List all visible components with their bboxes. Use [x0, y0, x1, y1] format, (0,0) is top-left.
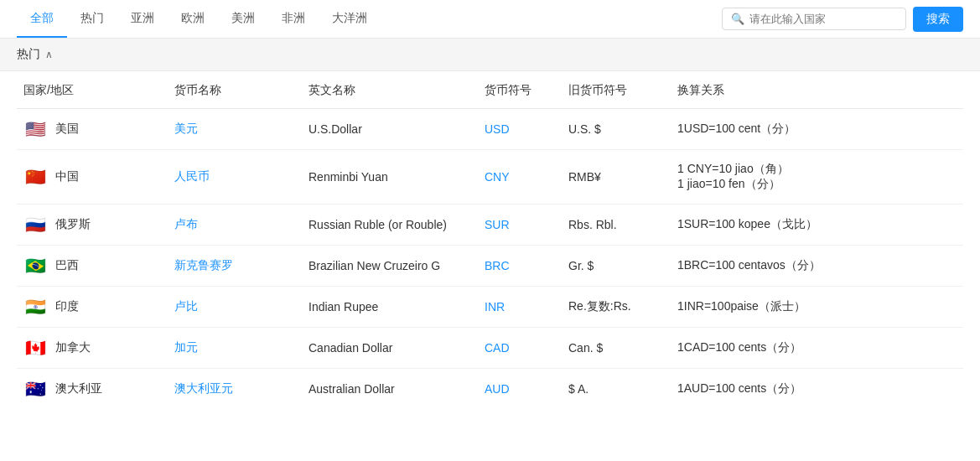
col-header-symbol: 货币符号: [478, 71, 562, 109]
cell-symbol[interactable]: CNY: [478, 150, 562, 205]
search-input[interactable]: [749, 13, 897, 25]
cname-link[interactable]: 卢布: [174, 217, 198, 230]
tab-asia[interactable]: 亚洲: [117, 1, 168, 38]
country-cell: 印度: [23, 298, 161, 315]
flag-icon: [23, 381, 47, 397]
search-button[interactable]: 搜索: [913, 7, 963, 32]
cell-country: 巴西: [17, 246, 168, 287]
cell-country: 中国: [17, 150, 168, 205]
flag-icon: [23, 257, 47, 274]
chevron-up-icon[interactable]: ∧: [45, 49, 53, 60]
search-icon: 🔍: [731, 13, 744, 25]
cell-rate: 1AUD=100 cents（分）: [671, 369, 963, 410]
symbol-link[interactable]: AUD: [485, 382, 510, 396]
cell-symbol[interactable]: AUD: [478, 369, 562, 410]
cell-rate: 1BRC=100 centavos（分）: [671, 246, 963, 287]
tab-africa[interactable]: 非洲: [268, 1, 319, 38]
tab-all[interactable]: 全部: [17, 1, 67, 38]
country-cell: 澳大利亚: [23, 381, 161, 397]
country-cell: 巴西: [23, 257, 161, 274]
cell-rate: 1USD=100 cent（分）: [671, 109, 963, 150]
cell-ename: Indian Rupee: [302, 287, 478, 328]
table-row: 中国人民币Renminbi YuanCNYRMB¥1 CNY=10 jiao（角…: [17, 150, 963, 205]
country-cell: 加拿大: [23, 339, 161, 356]
col-header-country: 国家/地区: [17, 71, 168, 109]
section-label: 热门: [17, 47, 40, 62]
col-header-old: 旧货币符号: [562, 71, 671, 109]
tab-america[interactable]: 美洲: [218, 1, 268, 38]
cell-rate: 1INR=100paise（派士）: [671, 287, 963, 328]
flag-icon: [23, 339, 47, 356]
country-cell: 美国: [23, 121, 161, 137]
tab-hot[interactable]: 热门: [67, 1, 117, 38]
col-header-rate: 换算关系: [671, 71, 963, 109]
cell-ename: U.S.Dollar: [302, 109, 478, 150]
cell-symbol[interactable]: CAD: [478, 328, 562, 369]
table-row: 澳大利亚澳大利亚元Australian DollarAUD$ A.1AUD=10…: [17, 369, 963, 410]
cell-old-symbol: Re.复数:Rs.: [562, 287, 671, 328]
cell-ename: Australian Dollar: [302, 369, 478, 410]
cell-cname[interactable]: 澳大利亚元: [168, 369, 302, 410]
cell-cname[interactable]: 卢比: [168, 287, 302, 328]
search-box: 🔍: [722, 8, 906, 30]
cell-symbol[interactable]: USD: [478, 109, 562, 150]
flag-icon: [23, 121, 47, 137]
table-row: 印度卢比Indian RupeeINRRe.复数:Rs.1INR=100pais…: [17, 287, 963, 328]
cell-country: 加拿大: [17, 328, 168, 369]
cell-rate: 1 CNY=10 jiao（角） 1 jiao=10 fen（分）: [671, 150, 963, 205]
symbol-link[interactable]: INR: [485, 300, 505, 313]
cell-old-symbol: Can. $: [562, 328, 671, 369]
nav-bar: 全部 热门 亚洲 欧洲 美洲 非洲 大洋洲 🔍 搜索: [0, 0, 980, 39]
cell-old-symbol: U.S. $: [562, 109, 671, 150]
cname-link[interactable]: 加元: [174, 340, 198, 354]
currency-table: 国家/地区 货币名称 英文名称 货币符号 旧货币符号 换算关系 美国美元U.S.…: [17, 71, 963, 409]
flag-icon: [23, 216, 47, 233]
cell-symbol[interactable]: BRC: [478, 246, 562, 287]
country-name: 巴西: [55, 258, 79, 273]
cell-cname[interactable]: 人民币: [168, 150, 302, 205]
cell-ename: Renminbi Yuan: [302, 150, 478, 205]
cell-ename: Canadian Dollar: [302, 328, 478, 369]
symbol-link[interactable]: CAD: [485, 341, 510, 355]
cname-link[interactable]: 澳大利亚元: [174, 381, 233, 395]
country-name: 俄罗斯: [55, 217, 91, 232]
cname-link[interactable]: 卢比: [174, 299, 198, 313]
cell-rate: 1SUR=100 kopee（戈比）: [671, 205, 963, 246]
tab-europe[interactable]: 欧洲: [168, 1, 218, 38]
cell-old-symbol: Gr. $: [562, 246, 671, 287]
tab-oceania[interactable]: 大洋洲: [319, 1, 381, 38]
cell-symbol[interactable]: SUR: [478, 205, 562, 246]
cell-cname[interactable]: 美元: [168, 109, 302, 150]
cell-country: 澳大利亚: [17, 369, 168, 410]
symbol-link[interactable]: BRC: [485, 259, 510, 272]
symbol-link[interactable]: CNY: [485, 170, 510, 184]
cname-link[interactable]: 人民币: [174, 169, 210, 183]
symbol-link[interactable]: USD: [485, 122, 510, 136]
cname-link[interactable]: 美元: [174, 122, 198, 135]
cell-country: 俄罗斯: [17, 205, 168, 246]
cell-symbol[interactable]: INR: [478, 287, 562, 328]
country-name: 印度: [55, 299, 79, 314]
symbol-link[interactable]: SUR: [485, 218, 510, 231]
table-wrap: 国家/地区 货币名称 英文名称 货币符号 旧货币符号 换算关系 美国美元U.S.…: [0, 71, 980, 409]
table-row: 美国美元U.S.DollarUSDU.S. $1USD=100 cent（分）: [17, 109, 963, 150]
col-header-cname: 货币名称: [168, 71, 302, 109]
country-name: 中国: [55, 169, 79, 184]
cell-rate: 1CAD=100 cents（分）: [671, 328, 963, 369]
cell-cname[interactable]: 卢布: [168, 205, 302, 246]
cname-link[interactable]: 新克鲁赛罗: [174, 258, 233, 272]
cell-ename: Russian Ruble (or Rouble): [302, 205, 478, 246]
country-name: 加拿大: [55, 340, 91, 355]
nav-tabs: 全部 热门 亚洲 欧洲 美洲 非洲 大洋洲: [17, 1, 722, 37]
cell-cname[interactable]: 新克鲁赛罗: [168, 246, 302, 287]
flag-icon: [23, 168, 47, 185]
cell-country: 美国: [17, 109, 168, 150]
nav-search-area: 🔍 搜索: [722, 7, 963, 32]
cell-cname[interactable]: 加元: [168, 328, 302, 369]
table-row: 巴西新克鲁赛罗Brazilian New Cruzeiro GBRCGr. $1…: [17, 246, 963, 287]
table-row: 加拿大加元Canadian DollarCADCan. $1CAD=100 ce…: [17, 328, 963, 369]
country-name: 澳大利亚: [55, 381, 102, 396]
flag-icon: [23, 298, 47, 315]
country-name: 美国: [55, 122, 79, 137]
cell-country: 印度: [17, 287, 168, 328]
